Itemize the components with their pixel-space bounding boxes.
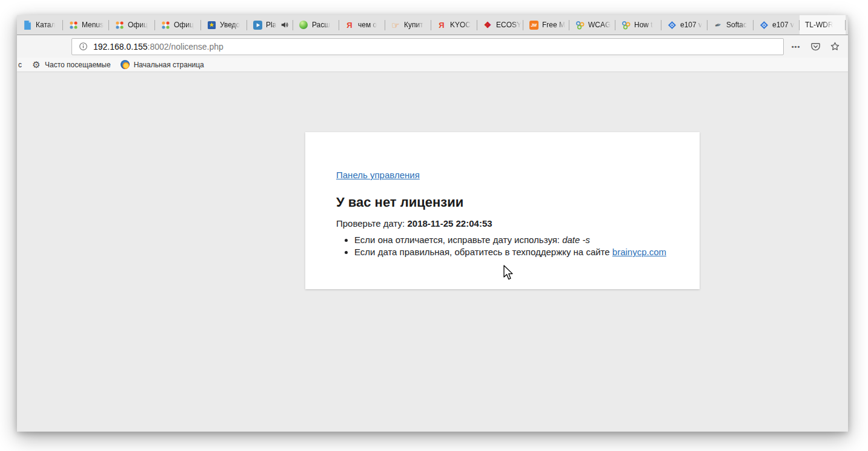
e107-icon (667, 20, 677, 30)
tab-13[interactable]: How t (615, 15, 661, 35)
circles-icon (575, 20, 585, 30)
bluedoc-icon (22, 20, 32, 30)
tab-label: Уведо (220, 21, 240, 29)
bookmark-fragment[interactable]: c (18, 61, 22, 69)
brainycp-link[interactable]: brainycp.com (612, 247, 666, 257)
feather-icon: ✒ (713, 20, 723, 30)
tab-1[interactable]: Menus (63, 15, 109, 35)
check-date-line: Проверьте дату: 2018-11-25 22:04:53 (336, 218, 675, 229)
bookmark-home-page[interactable]: Начальная страница (117, 59, 208, 71)
tab-label: WCAG (588, 21, 611, 29)
tab-11[interactable]: JMFree M (523, 15, 569, 35)
tab-audio-speaker-icon[interactable] (280, 20, 290, 30)
tab-6[interactable]: Расш (293, 15, 339, 35)
circles-icon (621, 20, 631, 30)
tab-12[interactable]: WCAG (569, 15, 615, 35)
shield-icon (207, 20, 216, 30)
tab-label: ECOSY (496, 21, 521, 29)
tab-label: TL-WDR36 (805, 21, 833, 29)
yandex-icon: Я (437, 20, 446, 30)
tab-label: e107 v (772, 21, 794, 29)
joomla-icon (114, 20, 124, 30)
tab-8[interactable]: ☞Купит (385, 15, 431, 35)
gear-icon: ⚙ (31, 60, 41, 70)
desktop: { "browser": { "tabs": [ {"label": "Ката… (0, 0, 868, 451)
url-text: 192.168.0.155:8002/nolicense.php (93, 42, 224, 52)
page-actions-button[interactable]: ••• (789, 39, 803, 55)
url-host: 192.168.0.155 (93, 42, 148, 52)
tab-17[interactable]: TL-WDR36 (800, 15, 846, 35)
list-item: Если она отличается, исправьте дату испо… (354, 235, 675, 246)
navigation-bar: 192.168.0.155:8002/nolicense.php ••• (17, 35, 848, 58)
tab-label: e107 v (680, 21, 702, 29)
tab-15[interactable]: ✒Softac (707, 15, 754, 35)
hand-icon: ☞ (391, 20, 400, 30)
tab-0[interactable]: Катал (17, 15, 63, 35)
page-title: У вас нет лицензии (336, 195, 675, 210)
tab-label: Катал (36, 21, 55, 29)
jm-icon: JM (529, 20, 538, 30)
firefox-icon (121, 60, 130, 70)
bookmark-star-icon[interactable] (827, 39, 842, 55)
tab-label: Офиц (128, 21, 148, 29)
instructions-list: Если она отличается, исправьте дату испо… (336, 235, 675, 258)
tab-label: How t (634, 21, 653, 29)
tab-10[interactable]: ❖ECOSY (477, 15, 523, 35)
tab-strip: КаталMenusОфицОфицУведоPlaРасшЯчем о☞Куп… (17, 15, 848, 35)
tab-label: чем о (358, 21, 377, 29)
control-panel-link[interactable]: Панель управления (336, 170, 420, 180)
yandex-icon: Я (345, 20, 354, 30)
ecosy-icon: ❖ (483, 20, 492, 30)
tab-5[interactable]: Pla (247, 15, 293, 35)
tab-label: Офиц (174, 21, 194, 29)
license-card: Панель управления У вас нет лицензии Про… (305, 132, 700, 289)
pocket-icon[interactable] (808, 39, 823, 55)
tab-label: Pla (266, 21, 276, 29)
play-icon (253, 20, 262, 30)
tab-4[interactable]: Уведо (201, 15, 247, 35)
url-input[interactable]: 192.168.0.155:8002/nolicense.php (71, 38, 784, 55)
bookmark-frequently-visited[interactable]: ⚙ Часто посещаемые (28, 59, 114, 71)
tab-9[interactable]: ЯKYOC (431, 15, 477, 35)
e107-icon (759, 20, 769, 30)
tab-label: Free M (542, 21, 565, 29)
tab-2[interactable]: Офиц (109, 15, 155, 35)
bookmarks-bar: c ⚙ Часто посещаемые Начальная страница (17, 58, 848, 72)
joomla-icon (161, 20, 170, 30)
sphere-icon (299, 20, 308, 30)
date-command: date -s (562, 235, 590, 245)
tab-label: Menus (82, 21, 104, 29)
url-path: :8002/nolicense.php (148, 42, 224, 52)
tab-7[interactable]: Ячем о (339, 15, 385, 35)
tab-3[interactable]: Офиц (155, 15, 201, 35)
tab-14[interactable]: e107 v (661, 15, 707, 35)
page-viewport: Панель управления У вас нет лицензии Про… (17, 72, 848, 431)
tab-label: Купит (404, 21, 423, 29)
date-value: 2018-11-25 22:04:53 (407, 218, 492, 229)
tab-label: Softac (726, 21, 747, 29)
site-info-icon[interactable] (78, 42, 88, 52)
tab-16[interactable]: e107 v (754, 15, 800, 35)
tab-label: Расш (312, 21, 330, 29)
browser-window: КаталMenusОфицОфицУведоPlaРасшЯчем о☞Куп… (17, 15, 848, 432)
tab-label: KYOC (450, 21, 471, 29)
list-item: Если дата правильная, обратитесь в техпо… (354, 247, 675, 258)
joomla-icon (68, 20, 78, 30)
